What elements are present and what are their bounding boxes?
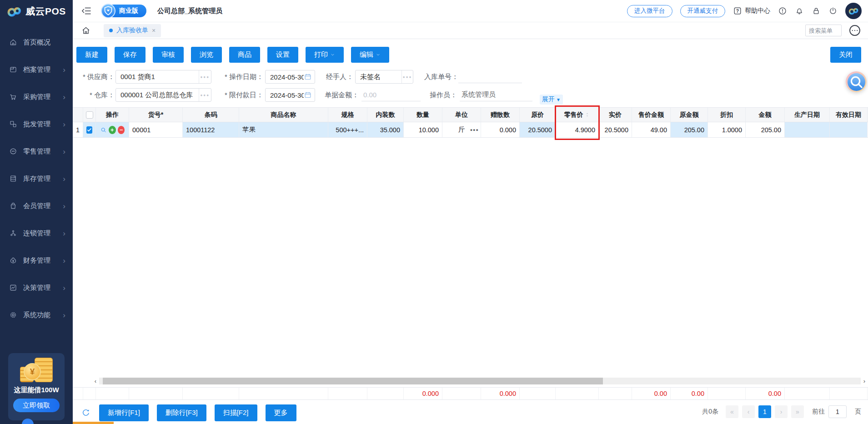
- unit-picker-icon[interactable]: ●●●: [470, 128, 479, 132]
- operator-input[interactable]: [460, 89, 532, 101]
- add-row-icon[interactable]: [109, 126, 115, 134]
- cell-barcode[interactable]: 10001122: [183, 122, 239, 137]
- cell-discount[interactable]: 1.0000: [708, 122, 746, 137]
- next-page-button[interactable]: ›: [775, 405, 788, 418]
- sidebar-item-finance[interactable]: 财务管理›: [0, 247, 73, 274]
- edit-button[interactable]: 编辑: [351, 47, 389, 63]
- cell-retail_price[interactable]: 4.9000: [556, 122, 599, 137]
- order-no-input[interactable]: [458, 70, 522, 83]
- power-icon[interactable]: [828, 6, 838, 15]
- sidebar-item-archives[interactable]: 档案管理›: [0, 56, 73, 83]
- col-header-prod_date[interactable]: 生产日期: [785, 108, 830, 122]
- supplier-input[interactable]: [116, 70, 199, 83]
- cell-valid_date[interactable]: [830, 122, 868, 137]
- delete-row-button[interactable]: 删除行[F3]: [157, 404, 206, 421]
- row-checkbox[interactable]: [86, 126, 92, 134]
- collapse-sidebar-icon[interactable]: [81, 5, 92, 16]
- notice-icon[interactable]: [778, 6, 787, 15]
- cell-gift_qty[interactable]: 0.000: [481, 122, 520, 137]
- sidebar-item-inventory[interactable]: 库存管理›: [0, 165, 73, 192]
- goods-button[interactable]: 商品: [229, 47, 260, 63]
- cell-real_price[interactable]: 20.5000: [599, 122, 632, 137]
- sidebar-item-home[interactable]: 首页概况: [0, 29, 73, 56]
- warehouse-picker-icon[interactable]: ●●●: [199, 89, 211, 101]
- close-button[interactable]: 关闭: [830, 47, 861, 63]
- open-payment-button[interactable]: 开通威支付: [680, 5, 726, 17]
- print-button[interactable]: 打印: [306, 47, 344, 63]
- bell-icon[interactable]: [795, 6, 804, 15]
- last-page-button[interactable]: »: [791, 405, 804, 418]
- col-header-inner_qty[interactable]: 内装数: [367, 108, 404, 122]
- cell-qty[interactable]: 10.000: [404, 122, 442, 137]
- cell-item_no[interactable]: 00001: [129, 122, 183, 137]
- cell-idx[interactable]: 1: [73, 122, 83, 137]
- col-header-spec[interactable]: 规格: [328, 108, 367, 122]
- col-header-retail_price[interactable]: 零售价: [556, 108, 599, 122]
- col-header-barcode[interactable]: 条码: [183, 108, 239, 122]
- save-button[interactable]: 保存: [115, 47, 146, 63]
- scrollbar-thumb[interactable]: [103, 378, 603, 384]
- more-options-icon[interactable]: [848, 24, 862, 37]
- col-header-qty[interactable]: 数量: [404, 108, 442, 122]
- brand-logo[interactable]: 威云POS: [0, 0, 73, 22]
- refresh-icon[interactable]: [81, 408, 91, 418]
- expand-link[interactable]: 展开▼: [540, 95, 563, 105]
- select-all-checkbox[interactable]: [86, 111, 93, 119]
- page-1-button[interactable]: 1: [758, 405, 771, 418]
- cell-orig_amount[interactable]: 205.00: [671, 122, 708, 137]
- goto-page-input[interactable]: [828, 405, 847, 418]
- col-header-real_price[interactable]: 实价: [599, 108, 632, 122]
- view-row-icon[interactable]: [100, 126, 107, 134]
- audit-button[interactable]: 审核: [153, 47, 184, 63]
- handler-input[interactable]: [356, 70, 401, 83]
- first-page-button[interactable]: «: [726, 405, 738, 418]
- edition-badge[interactable]: 商业版: [101, 4, 146, 18]
- add-row-button[interactable]: 新增行[F1]: [99, 404, 149, 421]
- warehouse-input[interactable]: [116, 89, 199, 101]
- cell-prod_date[interactable]: [785, 122, 830, 137]
- col-header-orig_price[interactable]: 原价: [520, 108, 556, 122]
- cell-sale_amount[interactable]: 49.00: [632, 122, 671, 137]
- cell-orig_price[interactable]: 20.5000: [520, 122, 556, 137]
- sidebar-item-chain[interactable]: 连锁管理›: [0, 219, 73, 247]
- sidebar-item-member[interactable]: 会员管理›: [0, 192, 73, 219]
- help-center[interactable]: ? 帮助中心: [733, 6, 770, 15]
- col-header-amount[interactable]: 金额: [746, 108, 785, 122]
- enter-platform-button[interactable]: 进入微平台: [627, 5, 672, 17]
- cell-inner_qty[interactable]: 35.000: [367, 122, 404, 137]
- floating-search-button[interactable]: [846, 71, 867, 92]
- sidebar-item-retail[interactable]: 零售管理›: [0, 138, 73, 165]
- col-header-name[interactable]: 商品名称: [239, 108, 328, 122]
- lock-icon[interactable]: [812, 6, 821, 15]
- cell-op[interactable]: [96, 122, 129, 137]
- tab-inbound-receipt[interactable]: 入库验收单 ×: [104, 24, 161, 37]
- browse-button[interactable]: 浏览: [191, 47, 222, 63]
- search-menu-input[interactable]: [805, 25, 842, 36]
- col-header-discount[interactable]: 折扣: [708, 108, 746, 122]
- sidebar-item-system[interactable]: 系统功能›: [0, 301, 73, 329]
- sidebar-item-decision[interactable]: 决策管理›: [0, 274, 73, 301]
- sidebar-item-wholesale[interactable]: 批发管理›: [0, 110, 73, 138]
- col-header-check[interactable]: [83, 108, 96, 122]
- scrollbar-track[interactable]: [99, 378, 861, 384]
- home-tab-icon[interactable]: [81, 25, 91, 35]
- claim-now-button[interactable]: 立即领取: [13, 399, 60, 412]
- cell-check[interactable]: [83, 122, 96, 137]
- pay-date-input[interactable]: [266, 91, 304, 99]
- scroll-left-icon[interactable]: ‹: [92, 378, 99, 384]
- loan-promo-card[interactable]: ¥ 这里能借100W 立即领取: [8, 353, 65, 420]
- op-date-input[interactable]: [266, 73, 304, 81]
- col-header-item_no[interactable]: 货号*: [129, 108, 183, 122]
- cell-unit[interactable]: 斤●●●: [442, 122, 481, 137]
- col-header-unit[interactable]: 单位: [442, 108, 481, 122]
- scroll-right-icon[interactable]: ›: [861, 378, 868, 384]
- more-button[interactable]: 更多: [266, 404, 296, 421]
- remove-row-icon[interactable]: [118, 126, 125, 134]
- col-header-idx[interactable]: [73, 108, 83, 122]
- user-avatar[interactable]: [845, 3, 862, 19]
- col-header-sale_amount[interactable]: 售价金额: [632, 108, 671, 122]
- sidebar-item-purchase[interactable]: 采购管理›: [0, 83, 73, 110]
- tab-close-icon[interactable]: ×: [152, 27, 156, 34]
- settings-button[interactable]: 设置: [267, 47, 298, 63]
- col-header-gift_qty[interactable]: 赠散数: [481, 108, 520, 122]
